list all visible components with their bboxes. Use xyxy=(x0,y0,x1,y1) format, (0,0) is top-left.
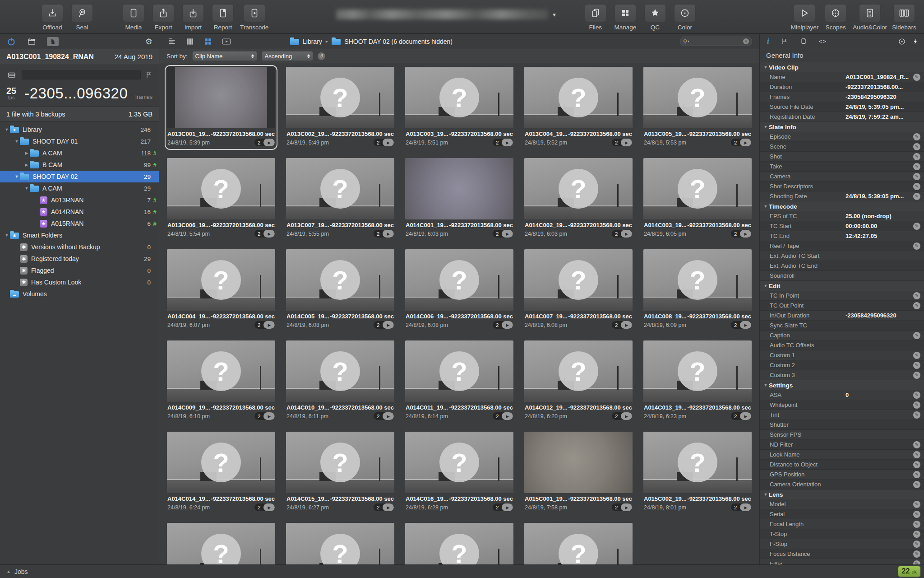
documents-tab[interactable] xyxy=(800,37,807,45)
versions-pill[interactable]: 2▶ xyxy=(254,230,275,238)
versions-pill[interactable]: 2▶ xyxy=(731,503,751,511)
disclosure-closed-icon[interactable]: ▶ xyxy=(23,163,30,167)
toolbar-button-transcode[interactable]: Transcode xyxy=(240,4,268,31)
clip-cell-a014c00719[interactable]: ?A014C007_19...-9223372013568.00 sec24/8… xyxy=(524,249,633,331)
clip-cell-a014c01319[interactable]: ?A014C013_19...-9223372013568.00 sec24/8… xyxy=(643,340,752,422)
edit-pencil-icon[interactable]: ✎ xyxy=(913,560,920,565)
sidebar-item-registered-today[interactable]: ✱Registered today29 xyxy=(0,253,159,265)
reset-icon[interactable]: ↺ xyxy=(318,52,325,60)
clear-icon[interactable]: ✕ xyxy=(743,38,749,44)
clip-cell-a014c00919[interactable]: ?A014C009_19...-9223372013568.00 sec24/8… xyxy=(166,340,276,422)
disclosure-open-icon[interactable]: ▼ xyxy=(14,139,20,144)
play-icon[interactable]: ▶ xyxy=(502,412,513,420)
column-view[interactable] xyxy=(185,37,195,46)
breadcrumb-library[interactable]: Library xyxy=(303,38,322,45)
sidebar-item-versions-without-backup[interactable]: ✱Versions without Backup0 xyxy=(0,241,159,253)
section-header[interactable]: ▼Slate Info xyxy=(760,122,924,132)
chevron-down-icon[interactable]: ▾ xyxy=(553,11,556,18)
play-icon[interactable]: ▶ xyxy=(740,412,751,420)
clip-cell-a013c00519[interactable]: ?A013C005_19...-9223372013568.00 sec24/8… xyxy=(643,67,752,148)
versions-pill[interactable]: 2▶ xyxy=(493,321,513,329)
play-icon[interactable]: ▶ xyxy=(383,139,394,146)
edit-pencil-icon[interactable]: ✎ xyxy=(913,183,920,190)
clip-cell-a013c00219[interactable]: ?A013C002_19...-9223372013568.00 sec24/8… xyxy=(286,67,395,148)
disclosure-open-icon[interactable]: ▼ xyxy=(23,186,30,191)
sidebar-item-a-cam[interactable]: ▼A CAM29 xyxy=(0,182,159,194)
grid-view[interactable] xyxy=(203,37,213,46)
edit-pencil-icon[interactable]: ✎ xyxy=(913,193,920,200)
disclosure-open-icon[interactable]: ▼ xyxy=(762,383,769,387)
versions-pill[interactable]: 2▶ xyxy=(374,230,394,238)
info-tab[interactable]: i xyxy=(767,37,769,46)
play-icon[interactable]: ▶ xyxy=(263,139,275,146)
gear-icon[interactable]: ⚙ xyxy=(145,37,152,47)
versions-pill[interactable]: 2▶ xyxy=(612,139,632,146)
sort-field-select[interactable]: Clip Name xyxy=(192,51,257,61)
versions-pill[interactable]: 2▶ xyxy=(612,321,632,329)
edit-pencil-icon[interactable]: ✎ xyxy=(913,392,920,399)
versions-pill[interactable]: 2▶ xyxy=(493,230,513,238)
document-title[interactable]: ▾ xyxy=(336,9,556,19)
play-icon[interactable]: ▶ xyxy=(383,230,394,238)
sidebar-item-has-custom-look[interactable]: ✱Has Custom Look0 xyxy=(0,276,159,288)
play-icon[interactable]: ▶ xyxy=(263,412,275,420)
sidebar-item-shoot-day-01[interactable]: ▼SHOOT DAY 01217 xyxy=(0,135,159,147)
versions-pill[interactable]: 2▶ xyxy=(493,503,513,511)
edit-pencil-icon[interactable]: ✎ xyxy=(913,541,920,548)
versions-pill[interactable]: 2▶ xyxy=(731,412,751,420)
toolbar-button-color[interactable]: Color xyxy=(672,4,698,31)
edit-pencil-icon[interactable]: ✎ xyxy=(913,133,920,140)
edit-pencil-icon[interactable]: ✎ xyxy=(913,372,920,379)
sidebar-item-b-cam[interactable]: ▶B CAM99# xyxy=(0,159,159,171)
versions-pill[interactable]: 2▶ xyxy=(612,412,632,420)
status-badge[interactable]: 22 ok xyxy=(898,566,920,577)
toolbar-button-miniplayer[interactable]: Miniplayer xyxy=(791,4,819,31)
sidebar-item-shoot-day-02[interactable]: ▼SHOOT DAY 0229 xyxy=(0,171,159,182)
versions-pill[interactable]: 2▶ xyxy=(374,412,394,420)
play-icon[interactable]: ▶ xyxy=(740,503,751,511)
toolbar-button-files[interactable]: Files xyxy=(583,4,608,31)
play-icon[interactable]: ▶ xyxy=(383,321,394,329)
player-view[interactable] xyxy=(221,37,232,46)
disclosure-closed-icon[interactable]: ▶ xyxy=(23,151,30,155)
play-icon[interactable]: ▶ xyxy=(502,503,513,511)
edit-pencil-icon[interactable]: ✎ xyxy=(913,362,920,369)
versions-pill[interactable]: 2▶ xyxy=(731,139,751,146)
clip-cell-a014c01519[interactable]: ?A014C015_19...-9223372013568.00 sec24/8… xyxy=(286,432,395,513)
edit-pencil-icon[interactable]: ✎ xyxy=(913,292,920,299)
sidebar-item-smart-folders[interactable]: ▼✱Smart Folders xyxy=(0,229,159,241)
versions-pill[interactable]: 2▶ xyxy=(731,230,751,238)
edit-pencil-icon[interactable]: ✎ xyxy=(913,242,920,250)
disclosure-open-icon[interactable]: ▼ xyxy=(762,125,769,129)
play-icon[interactable]: ▶ xyxy=(621,412,632,420)
flag-tab[interactable] xyxy=(781,37,788,45)
clip-cell-partial[interactable]: ? xyxy=(524,523,633,564)
play-icon[interactable]: ▶ xyxy=(502,321,513,329)
versions-pill[interactable]: 2▶ xyxy=(254,503,275,511)
clip-cell-a014c00119[interactable]: A014C001_19...-9223372013568.00 sec24/8/… xyxy=(405,158,514,239)
clip-cell-a015c00119[interactable]: A015C001_19...-9223372013568.00 sec24/8/… xyxy=(524,432,633,513)
toolbar-button-offload[interactable]: Offload xyxy=(40,4,65,31)
chevron-down-icon[interactable]: ▾ xyxy=(688,39,689,43)
play-icon[interactable]: ▶ xyxy=(740,230,751,238)
edit-pencil-icon[interactable]: ✎ xyxy=(913,411,920,419)
edit-pencil-icon[interactable]: ✎ xyxy=(913,501,920,508)
edit-pencil-icon[interactable]: ✎ xyxy=(913,481,920,488)
edit-pencil-icon[interactable]: ✎ xyxy=(913,74,920,81)
clip-cell-a013c00419[interactable]: ?A013C004_19...-9223372013568.00 sec24/8… xyxy=(524,67,633,148)
toolbar-button-media[interactable]: Media xyxy=(121,4,146,31)
disclosure-open-icon[interactable]: ▼ xyxy=(762,492,769,497)
edit-pencil-icon[interactable]: ✎ xyxy=(913,451,920,458)
disclosure-open-icon[interactable]: ▼ xyxy=(14,174,20,179)
edit-pencil-icon[interactable]: ✎ xyxy=(913,511,920,518)
sidebar-item-a014rnan[interactable]: ★A014RNAN16# xyxy=(0,206,159,218)
toolbar-button-scopes[interactable]: Scopes xyxy=(823,4,848,31)
section-header[interactable]: ▼Settings xyxy=(760,380,924,390)
color-circle-icon[interactable] xyxy=(898,37,906,46)
section-header[interactable]: ▼Lens xyxy=(760,489,924,499)
play-icon[interactable]: ▶ xyxy=(621,139,632,146)
play-icon[interactable]: ▶ xyxy=(263,230,275,238)
toolbar-button-import[interactable]: Import xyxy=(180,4,206,31)
play-icon[interactable]: ▶ xyxy=(263,321,275,329)
versions-pill[interactable]: 2▶ xyxy=(493,139,513,146)
